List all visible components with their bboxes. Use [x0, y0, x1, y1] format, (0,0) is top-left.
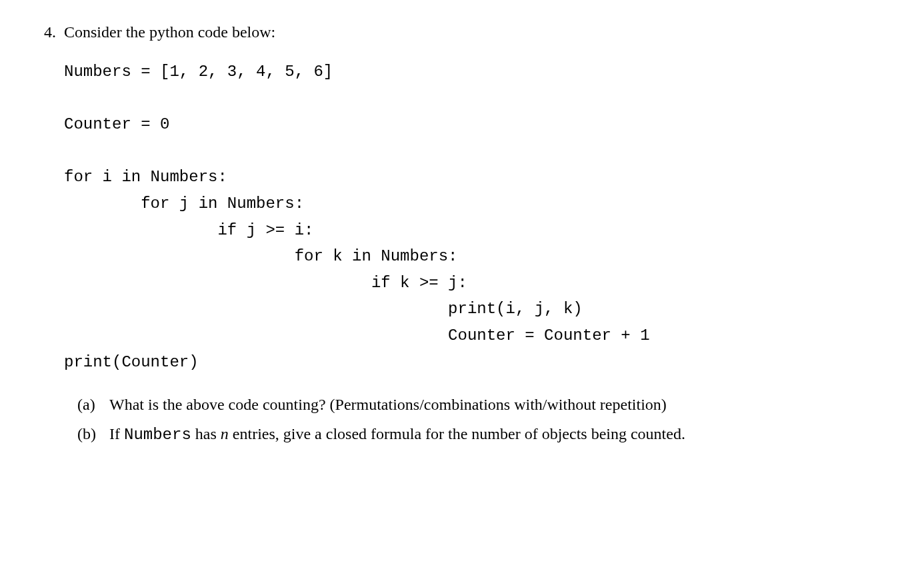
- text-mid-b: has: [191, 425, 221, 442]
- italic-n: n: [221, 425, 229, 442]
- problem-number: 4.: [33, 20, 64, 44]
- sub-label-b: (b): [77, 422, 109, 446]
- sub-problem-a: (a) What is the above code counting? (Pe…: [77, 392, 891, 416]
- sub-content-b: If Numbers has n entries, give a closed …: [109, 422, 891, 447]
- code-block: Numbers = [1, 2, 3, 4, 5, 6] Counter = 0…: [64, 59, 891, 375]
- sub-content-a: What is the above code counting? (Permut…: [109, 392, 891, 416]
- problem-intro: Consider the python code below:: [64, 20, 891, 44]
- problem-content: Consider the python code below: Numbers …: [64, 20, 891, 452]
- sub-label-a: (a): [77, 392, 109, 416]
- text-after-b: entries, give a closed formula for the n…: [229, 425, 685, 442]
- text-before-b: If: [109, 425, 124, 442]
- problem-container: 4. Consider the python code below: Numbe…: [33, 20, 891, 452]
- tt-numbers: Numbers: [124, 426, 191, 444]
- sub-problems: (a) What is the above code counting? (Pe…: [64, 392, 891, 447]
- sub-problem-b: (b) If Numbers has n entries, give a clo…: [77, 422, 891, 447]
